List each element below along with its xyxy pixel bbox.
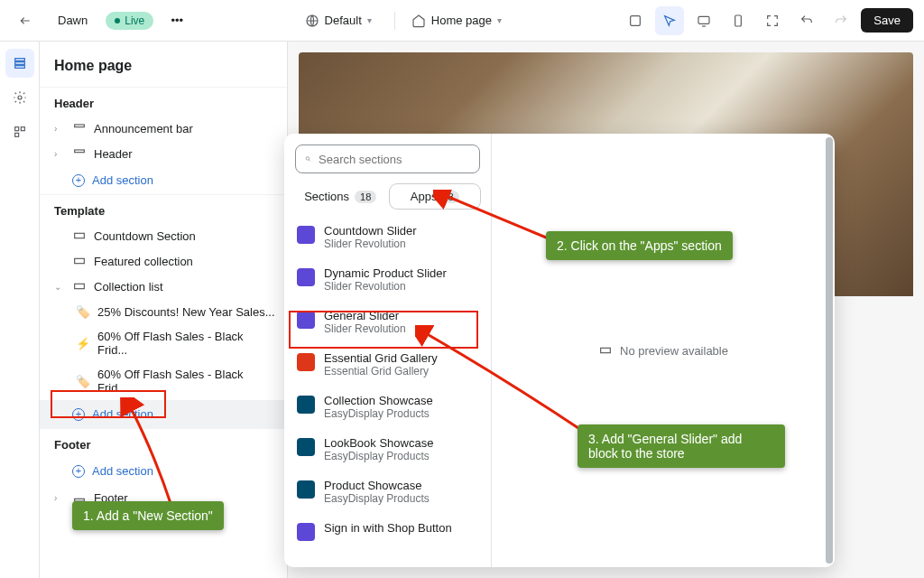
app-item-1[interactable]: Dynamic Product SliderSlider Revolution (284, 258, 491, 301)
scrollbar[interactable] (826, 137, 833, 564)
svg-rect-18 (601, 348, 611, 352)
app-icon (297, 523, 315, 541)
svg-rect-2 (698, 16, 709, 23)
sidebar-item-discount2[interactable]: ⚡60% Off Flash Sales - Black Frid... (40, 324, 287, 362)
app-name: Product Showcase (324, 479, 430, 492)
sidebar-item-discount1[interactable]: 🏷️25% Discounts! New Year Sales... (40, 299, 287, 324)
app-icon (297, 480, 315, 499)
add-section-footer[interactable]: +Add section (40, 457, 287, 485)
app-icon (297, 268, 315, 286)
app-subtitle: Essential Grid Gallery (324, 365, 438, 378)
undo-icon[interactable] (792, 6, 821, 35)
callout-2: 2. Click on the "Apps" section (546, 231, 733, 260)
app-item-5[interactable]: LookBook ShowcaseEasyDisplay Products (284, 428, 491, 471)
app-name: Dynamic Product Slider (324, 266, 447, 280)
app-subtitle: EasyDisplay Products (324, 450, 433, 462)
svg-rect-12 (75, 150, 85, 153)
sidebar-item-countdown[interactable]: Countdown Section (40, 223, 287, 248)
app-name: LookBook Showcase (324, 436, 433, 450)
add-section-header[interactable]: +Add section (40, 166, 287, 194)
app-item-0[interactable]: Countdown SliderSlider Revolution (284, 216, 491, 258)
app-item-2[interactable]: General SliderSlider Revolution (284, 301, 491, 343)
svg-rect-9 (21, 127, 24, 131)
svg-rect-10 (14, 133, 18, 136)
app-icon (297, 311, 315, 329)
redo-icon[interactable] (827, 6, 855, 35)
svg-rect-5 (14, 62, 24, 65)
desktop-icon[interactable] (689, 6, 718, 35)
fullscreen-icon[interactable] (758, 6, 787, 35)
save-button[interactable]: Save (861, 8, 913, 33)
group-template: Template (40, 194, 287, 223)
app-item-6[interactable]: Product ShowcaseEasyDisplay Products (284, 471, 491, 513)
page-title: Home page (40, 42, 287, 87)
app-item-4[interactable]: Collection ShowcaseEasyDisplay Products (284, 386, 491, 428)
tab-apps[interactable]: Apps8 (390, 184, 481, 209)
app-icon (297, 226, 315, 244)
app-icon (297, 353, 315, 371)
svg-rect-1 (631, 15, 641, 25)
svg-rect-8 (14, 127, 18, 131)
app-icon (297, 396, 315, 414)
callout-1: 1. Add a "New Section" (72, 501, 224, 530)
search-input[interactable] (319, 153, 470, 166)
style-select[interactable]: Default▾ (296, 6, 387, 35)
svg-point-17 (306, 157, 310, 161)
exit-icon[interactable] (11, 6, 40, 35)
more-icon[interactable]: ••• (162, 6, 191, 35)
app-subtitle: Slider Revolution (324, 280, 447, 293)
sidebar-item-discount3[interactable]: 🏷️60% Off Flash Sales - Black Frid... (40, 362, 287, 400)
app-subtitle: EasyDisplay Products (324, 407, 433, 420)
app-name: Essential Grid Gallery (324, 351, 438, 365)
app-item-3[interactable]: Essential Grid GalleryEssential Grid Gal… (284, 343, 491, 386)
sections-rail-icon[interactable] (5, 49, 34, 78)
svg-rect-15 (75, 284, 85, 288)
settings-rail-icon[interactable] (5, 83, 34, 112)
section-icon (598, 343, 613, 358)
sidebar-item-header[interactable]: ›Header (40, 141, 287, 166)
cursor-icon[interactable] (655, 6, 684, 35)
svg-point-7 (18, 96, 22, 99)
tab-sections[interactable]: Sections18 (295, 184, 386, 209)
app-name: Sign in with Shop Button (324, 521, 452, 535)
add-section-template[interactable]: +Add section (40, 400, 287, 428)
app-subtitle: Slider Revolution (324, 322, 406, 335)
app-icon (297, 438, 315, 456)
inspector-icon[interactable] (621, 6, 650, 35)
app-name: Collection Showcase (324, 394, 433, 407)
svg-rect-4 (14, 59, 24, 61)
sidebar-item-announcement[interactable]: ›Announcement bar (40, 116, 287, 141)
svg-rect-13 (75, 233, 85, 238)
live-badge: Live (106, 12, 153, 30)
sidebar-item-featured[interactable]: Featured collection (40, 248, 287, 274)
svg-rect-6 (14, 66, 24, 69)
app-subtitle: EasyDisplay Products (324, 492, 430, 505)
search-icon (305, 152, 311, 166)
callout-3: 3. Add "General Slider" add block to the… (578, 424, 785, 468)
search-input-wrap[interactable] (295, 144, 480, 173)
group-header: Header (40, 87, 287, 116)
group-footer: Footer (40, 428, 287, 457)
apps-rail-icon[interactable] (5, 117, 34, 146)
mobile-icon[interactable] (724, 6, 753, 35)
svg-rect-11 (75, 125, 85, 127)
svg-rect-14 (75, 258, 85, 263)
svg-rect-3 (735, 15, 742, 26)
app-subtitle: Slider Revolution (324, 238, 417, 250)
app-item-7[interactable]: Sign in with Shop Button (284, 513, 491, 549)
app-name: General Slider (324, 309, 406, 322)
page-select[interactable]: Home page▾ (402, 6, 517, 35)
section-picker-popup: Sections18 Apps8 Countdown SliderSlider … (284, 134, 835, 567)
no-preview-label: No preview available (620, 344, 728, 358)
app-name: Countdown Slider (324, 224, 417, 238)
theme-name[interactable]: Dawn (49, 6, 97, 35)
sidebar-item-collection-list[interactable]: ⌄Collection list (40, 274, 287, 299)
